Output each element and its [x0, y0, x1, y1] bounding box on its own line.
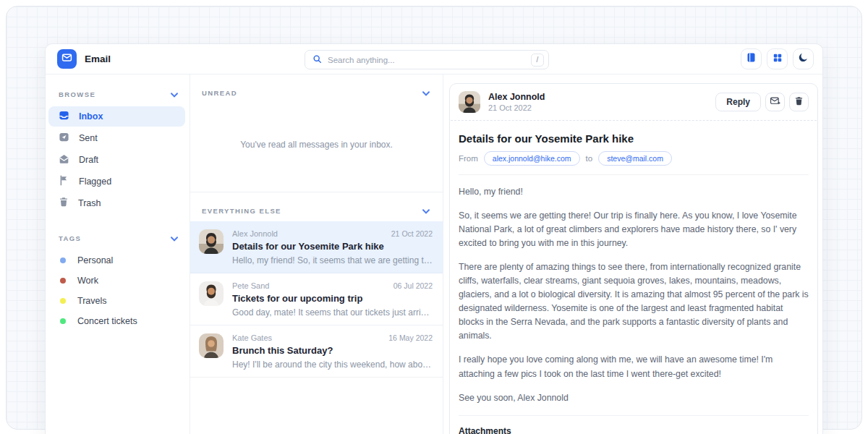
email-date: 06 Jul 2022	[393, 281, 433, 290]
body-paragraph: Hello, my friend!	[459, 185, 809, 199]
tag-label: Work	[77, 276, 98, 286]
tag-label: Travels	[77, 296, 107, 306]
divider	[451, 120, 817, 121]
sidebar-item-trash[interactable]: Trash	[48, 193, 185, 213]
tags-section-header[interactable]: TAGS	[46, 229, 190, 250]
sidebar-item-flagged[interactable]: Flagged	[48, 171, 185, 192]
app-logo	[57, 49, 77, 69]
search-shortcut-badge: /	[531, 54, 544, 67]
sidebar: BROWSE Inbox Sent	[46, 75, 190, 434]
sidebar-item-label: Inbox	[79, 111, 103, 122]
detail-date: 21 Oct 2022	[488, 103, 545, 112]
dark-mode-button[interactable]	[793, 48, 814, 69]
email-subject: Tickets for our upcoming trip	[232, 293, 433, 304]
email-body: Hello, my friend! So, it seems we are ge…	[459, 185, 809, 405]
divider	[459, 415, 809, 416]
app-title: Email	[85, 54, 111, 64]
tag-label: Personal	[77, 255, 113, 265]
tag-dot	[60, 278, 66, 284]
sidebar-item-label: Trash	[78, 198, 101, 208]
sidebar-item-sent[interactable]: Sent	[48, 128, 185, 148]
unread-section: UNREAD You've read all messages in your …	[190, 75, 443, 192]
tag-item-travels[interactable]: Travels	[46, 291, 190, 311]
chevron-down-icon[interactable]	[171, 231, 178, 244]
email-subject: Details for our Yosemite Park hike	[232, 241, 433, 252]
search-icon	[312, 54, 322, 67]
from-label: From	[459, 154, 478, 163]
grid-icon	[773, 53, 783, 66]
body-paragraph: See you soon, Alex Jonnold	[459, 391, 809, 405]
notebook-button[interactable]	[741, 48, 762, 69]
unread-label: UNREAD	[202, 89, 237, 97]
moon-icon	[798, 52, 809, 66]
email-sender: Kate Gates	[232, 333, 272, 342]
envelope-icon	[61, 52, 72, 66]
sidebar-item-label: Flagged	[79, 176, 111, 187]
tag-label: Concert tickets	[77, 316, 137, 326]
message-list-column: UNREAD You've read all messages in your …	[190, 75, 443, 434]
avatar	[199, 229, 224, 254]
forward-mail-button[interactable]	[765, 93, 785, 111]
search-input[interactable]	[328, 56, 531, 64]
email-sender: Alex Jonnold	[232, 229, 278, 238]
body-paragraph: I really hope you love coming along with…	[459, 353, 809, 380]
tag-dot	[60, 318, 66, 324]
detail-header: Alex Jonnold 21 Oct 2022 Reply	[450, 84, 817, 120]
tag-dot	[60, 258, 66, 263]
search-bar[interactable]: /	[305, 50, 549, 69]
tags-label: TAGS	[59, 234, 81, 242]
email-preview: Good day, mate! It seems that our ticket…	[232, 307, 433, 318]
email-subject: Brunch this Saturday?	[232, 345, 433, 356]
apps-grid-button[interactable]	[767, 48, 788, 69]
avatar	[199, 333, 224, 358]
to-label: to	[586, 154, 593, 163]
body-paragraph: So, it seems we are getting there! Our t…	[459, 209, 809, 250]
flag-icon	[59, 175, 69, 188]
email-preview: Hello, my friend! So, it seems that we a…	[232, 255, 433, 265]
chevron-down-icon[interactable]	[171, 88, 178, 101]
unread-empty-message: You've read all messages in your inbox.	[190, 103, 443, 192]
envelope-plus-icon	[770, 95, 780, 109]
body-paragraph: There are plenty of amazing things to se…	[459, 260, 809, 343]
to-email-chip[interactable]: steve@mail.com	[598, 151, 672, 166]
detail-subject: Details for our Yosemite Park hike	[459, 132, 809, 145]
from-to-row: From alex.jonnold@hike.com to steve@mail…	[459, 151, 809, 166]
top-bar: Email /	[46, 44, 822, 75]
email-list-item[interactable]: Kate Gates 16 May 2022 Brunch this Satur…	[190, 326, 443, 378]
delete-mail-button[interactable]	[789, 93, 809, 111]
email-date: 16 May 2022	[388, 333, 433, 342]
send-icon	[59, 132, 69, 145]
trash-icon	[59, 197, 69, 209]
avatar	[459, 91, 480, 113]
tag-item-work[interactable]: Work	[46, 271, 190, 291]
email-list-item[interactable]: Pete Sand 06 Jul 2022 Tickets for our up…	[190, 273, 443, 326]
tag-item-concert-tickets[interactable]: Concert tickets	[46, 311, 190, 331]
sidebar-item-inbox[interactable]: Inbox	[48, 106, 185, 127]
avatar	[199, 281, 224, 306]
email-list-item[interactable]: Alex Jonnold 21 Oct 2022 Details for our…	[190, 221, 443, 273]
unread-section-header[interactable]: UNREAD	[190, 75, 443, 103]
chevron-down-icon[interactable]	[422, 204, 430, 217]
sidebar-item-label: Draft	[79, 155, 98, 165]
divider	[459, 174, 809, 175]
email-detail-panel: Alex Jonnold 21 Oct 2022 Reply	[443, 75, 822, 434]
sidebar-item-draft[interactable]: Draft	[48, 150, 185, 170]
sidebar-item-label: Sent	[79, 133, 98, 143]
email-detail-card: Alex Jonnold 21 Oct 2022 Reply	[449, 83, 818, 434]
attachments-label: Attachments	[459, 426, 809, 434]
tag-item-personal[interactable]: Personal	[46, 250, 190, 271]
notebook-icon	[746, 52, 757, 66]
email-sender: Pete Sand	[232, 281, 269, 290]
topbar-actions	[741, 48, 814, 69]
email-app-window: Email /	[45, 43, 823, 434]
everything-else-header[interactable]: EVERYTHING ELSE	[190, 192, 443, 221]
reply-button[interactable]: Reply	[715, 93, 761, 111]
trash-icon	[794, 95, 804, 109]
inbox-icon	[59, 110, 69, 123]
chevron-down-icon[interactable]	[422, 86, 430, 99]
from-email-chip[interactable]: alex.jonnold@hike.com	[484, 151, 580, 166]
browse-section-header[interactable]: BROWSE	[46, 85, 190, 106]
email-preview: Hey! I'll be around the city this weeken…	[232, 359, 433, 370]
everything-else-label: EVERYTHING ELSE	[202, 207, 281, 215]
browse-label: BROWSE	[59, 90, 95, 98]
